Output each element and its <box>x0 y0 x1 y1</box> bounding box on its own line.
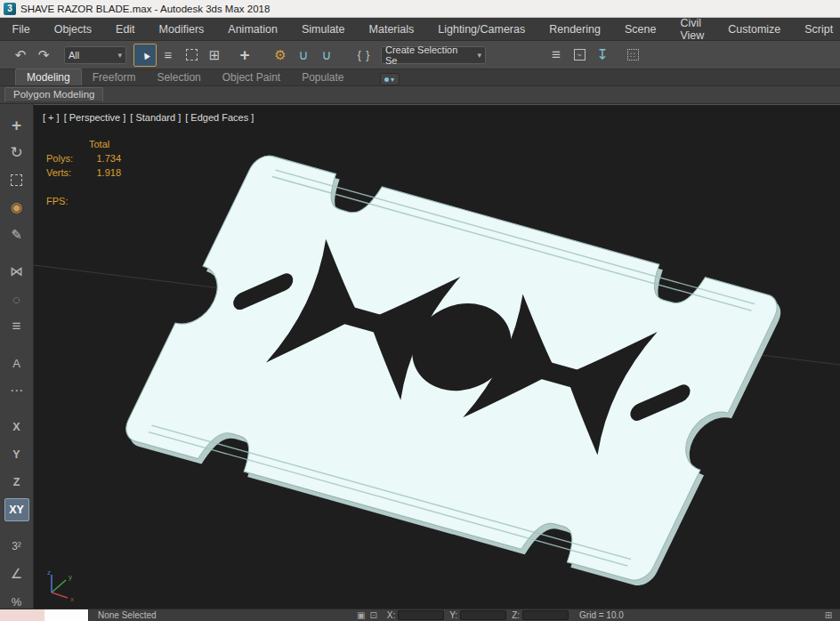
chevron-down-icon: ▾ <box>391 76 394 84</box>
listener-macro-pane[interactable] <box>0 609 44 621</box>
axis-constraint-z-button[interactable]: Z <box>4 471 29 494</box>
redo-icon[interactable]: ↷ <box>32 44 55 67</box>
select-and-move-button[interactable]: + <box>233 44 256 67</box>
viewport-menu-shading[interactable]: [ Standard ] <box>130 112 181 123</box>
menu-item-modifiers[interactable]: Modifiers <box>147 18 216 40</box>
chevron-down-icon: ▾ <box>477 51 481 60</box>
axis-z-label: z <box>47 569 51 577</box>
menu-item-customize[interactable]: Customize <box>716 18 793 40</box>
selection-filter-dropdown[interactable]: All ▾ <box>64 46 126 64</box>
viewport-label: [ + ] [ Perspective ] [ Standard ] [ Edg… <box>43 112 254 123</box>
rotate-tool-icon[interactable]: ↻ <box>4 141 29 164</box>
layer-manager-button[interactable]: ≡ <box>545 44 568 67</box>
absolute-offset-toggle[interactable]: ⊡ <box>368 610 380 621</box>
schematic-icon: ∷ <box>627 49 639 60</box>
ribbon-tab-freeform[interactable]: Freeform <box>82 69 147 85</box>
status-bar: None Selected ▣ ⊡ X: Y: Z: Grid = 10.0 ⊞ <box>0 609 840 621</box>
curve-editor-button[interactable]: ~ <box>568 44 591 67</box>
soft-selection-icon[interactable]: ◌ <box>4 287 29 310</box>
panel-polygon-modeling[interactable]: Polygon Modeling <box>4 87 103 102</box>
axis-constraint-y-button[interactable]: Y <box>4 443 29 466</box>
select-object-button[interactable]: ▲ <box>133 44 157 67</box>
grid-toggle-icon[interactable]: ⊞ <box>822 610 835 621</box>
selection-region-icon[interactable] <box>4 168 29 191</box>
axis-x-label: x <box>70 595 74 603</box>
world-axis-tripod: x y z <box>39 568 84 603</box>
undo-icon[interactable]: ↶ <box>9 44 32 67</box>
schematic-view-button[interactable]: ∷ <box>621 44 644 67</box>
menu-item-civil-view[interactable]: Civil View <box>668 18 716 40</box>
angle-snap-toggle-icon[interactable]: ∠ <box>4 562 29 585</box>
menu-bar: File Objects Edit Modifiers Animation Si… <box>0 18 840 41</box>
selection-filter-value: All <box>69 50 79 60</box>
coord-y-field[interactable] <box>460 610 506 620</box>
angle-snap-button[interactable]: ∪ <box>292 44 315 67</box>
app-icon: 3 <box>4 3 16 15</box>
axis-constraint-xy-button[interactable]: XY <box>4 498 29 521</box>
snaps-toggle-button[interactable]: ⚙ <box>269 44 292 67</box>
curve-icon: ~ <box>574 49 586 60</box>
named-selection-sets-button[interactable]: { } <box>352 44 376 67</box>
menu-item-lighting-cameras[interactable]: Lighting/Cameras <box>426 18 537 40</box>
stack-list-icon[interactable]: ≡ <box>4 315 29 338</box>
percent-snap-button[interactable]: ∪ <box>315 44 338 67</box>
perspective-viewport[interactable]: [ + ] [ Perspective ] [ Standard ] [ Edg… <box>34 104 840 609</box>
viewport-statistics: Total Polys: 1.734 Verts: 1.918 FPS: <box>46 137 121 208</box>
viewport-menu-general[interactable]: [ + ] <box>43 112 60 123</box>
menu-item-file[interactable]: File <box>0 18 42 40</box>
text-tool-icon[interactable]: A <box>4 351 29 375</box>
window-crossing-button[interactable]: ⊞ <box>203 44 226 67</box>
viewport-canvas[interactable] <box>34 105 840 609</box>
listener-script-pane[interactable] <box>44 609 89 621</box>
coord-z-field[interactable] <box>522 610 569 620</box>
workspace: + ↻ ◉ ✎ ⋈ ◌ ≡ A ⋯ X Y Z XY 3² ∠ % ↘ [ + … <box>0 104 840 609</box>
menu-item-script[interactable]: Script <box>793 18 840 40</box>
3dsmax-window: 3 SHAVE RAZOR BLADE.max - Autodesk 3ds M… <box>0 0 840 621</box>
stats-polys-label: Polys: <box>46 151 84 165</box>
named-selection-set-value: Create Selection Se <box>385 44 472 66</box>
snap-3d-toggle-icon[interactable]: 3² <box>4 535 29 558</box>
move-glyph: + <box>12 117 21 133</box>
pivot-center-icon[interactable]: ◉ <box>4 196 29 219</box>
ribbon-tab-selection[interactable]: Selection <box>146 69 211 85</box>
viewport-menu-display[interactable]: [ Edged Faces ] <box>185 112 254 123</box>
ribbon-panel-strip: Polygon Modeling <box>0 86 840 104</box>
dot-icon <box>384 77 389 82</box>
window-title: SHAVE RAZOR BLADE.max - Autodesk 3ds Max… <box>20 4 270 14</box>
move-tool-icon[interactable]: + <box>4 113 29 136</box>
ribbon-tab-object-paint[interactable]: Object Paint <box>212 69 291 85</box>
coord-x-field[interactable] <box>398 610 444 620</box>
select-by-name-button[interactable]: ≡ <box>157 44 180 67</box>
menu-item-scene[interactable]: Scene <box>612 18 667 40</box>
ribbon-tab-bar: Modeling Freeform Selection Object Paint… <box>0 69 840 86</box>
menu-item-animation[interactable]: Animation <box>216 18 290 40</box>
ribbon-overflow-button[interactable]: ▾ <box>380 73 400 85</box>
marquee-icon <box>186 49 198 60</box>
stats-polys-value: 1.734 <box>84 151 121 165</box>
mirror-tool-icon[interactable]: ⋈ <box>4 260 29 283</box>
selection-lock-toggle[interactable]: ▣ <box>355 610 368 621</box>
prompt-line: None Selected <box>98 610 157 620</box>
menu-item-rendering[interactable]: Rendering <box>537 18 613 40</box>
stats-verts-value: 1.918 <box>84 165 121 180</box>
ribbon-tab-modeling[interactable]: Modeling <box>15 69 82 85</box>
stats-fps-label: FPS: <box>46 194 121 208</box>
selection-region-button[interactable] <box>180 44 203 67</box>
viewport-menu-pov[interactable]: [ Perspective ] <box>64 112 126 123</box>
named-selection-set-dropdown[interactable]: Create Selection Se ▾ <box>381 46 486 64</box>
title-bar: 3 SHAVE RAZOR BLADE.max - Autodesk 3ds M… <box>0 0 840 18</box>
coord-z-label: Z: <box>512 610 520 620</box>
maxscript-mini-listener[interactable] <box>0 609 89 621</box>
ribbon-tab-populate[interactable]: Populate <box>291 69 354 85</box>
menu-item-materials[interactable]: Materials <box>357 18 426 40</box>
ellipsis-icon[interactable]: ⋯ <box>4 379 29 402</box>
coord-y-label: Y: <box>449 610 457 620</box>
axis-constraint-x-button[interactable]: X <box>4 415 29 439</box>
minimize-ribbon-button[interactable]: ↧ <box>591 44 614 67</box>
menu-item-edit[interactable]: Edit <box>104 18 148 40</box>
menu-item-simulate[interactable]: Simulate <box>289 18 357 40</box>
coord-x-label: X: <box>387 610 395 620</box>
manipulate-tool-icon[interactable]: ✎ <box>4 223 29 246</box>
razor-blade-model[interactable] <box>118 152 788 589</box>
menu-item-objects[interactable]: Objects <box>42 18 103 40</box>
